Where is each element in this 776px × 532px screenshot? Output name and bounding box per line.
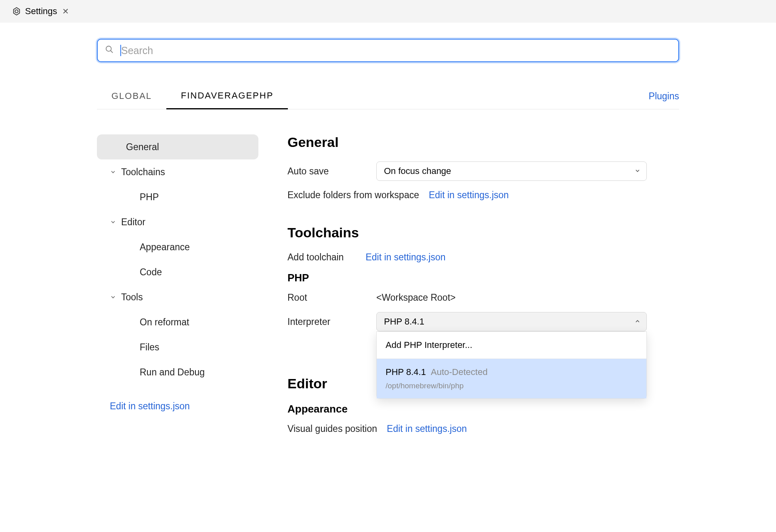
- label-root: Root: [287, 292, 376, 303]
- row-auto-save: Auto save On focus change: [287, 161, 679, 181]
- text-caret: [120, 45, 121, 56]
- search-input[interactable]: [97, 39, 679, 62]
- chevron-down-icon: [110, 294, 116, 300]
- sidebar-item-editor[interactable]: Editor: [97, 209, 258, 235]
- chevron-up-icon: [634, 316, 641, 327]
- dropdown-item-path: /opt/homebrew/bin/php: [386, 381, 638, 390]
- sidebar-item-on-reformat[interactable]: On reformat: [97, 310, 258, 335]
- row-root: Root <Workspace Root>: [287, 292, 679, 303]
- heading-general: General: [287, 134, 679, 150]
- sidebar-item-label: Files: [140, 342, 159, 353]
- sidebar-item-label: On reformat: [140, 317, 189, 328]
- row-interpreter: Interpreter PHP 8.4.1 Add PHP Interprete…: [287, 312, 679, 331]
- gear-icon: [12, 7, 21, 16]
- select-interpreter[interactable]: PHP 8.4.1: [376, 312, 647, 331]
- scope-tab-row: Global findAveragePHP Plugins: [97, 85, 679, 109]
- sidebar-item-files[interactable]: Files: [97, 335, 258, 360]
- svg-marker-0: [14, 8, 20, 15]
- dropdown-item-php[interactable]: PHP 8.4.1 Auto-Detected /opt/homebrew/bi…: [377, 359, 646, 398]
- sidebar-item-appearance[interactable]: Appearance: [97, 235, 258, 260]
- chevron-down-icon: [110, 219, 116, 225]
- value-root: <Workspace Root>: [376, 292, 455, 303]
- sidebar: General Toolchains PHP Editor Appearance…: [97, 134, 258, 459]
- page-body: Global findAveragePHP Plugins General To…: [0, 23, 776, 459]
- label-auto-save: Auto save: [287, 166, 376, 177]
- sidebar-item-run-debug[interactable]: Run and Debug: [97, 360, 258, 385]
- sidebar-item-label: Code: [140, 267, 162, 278]
- label-interpreter: Interpreter: [287, 316, 376, 327]
- sidebar-item-code[interactable]: Code: [97, 260, 258, 285]
- sidebar-item-label: Toolchains: [121, 167, 165, 178]
- plugins-link[interactable]: Plugins: [649, 85, 679, 109]
- chevron-down-icon: [634, 166, 641, 176]
- row-exclude-folders: Exclude folders from workspace Edit in s…: [287, 190, 679, 201]
- dropdown-item-add[interactable]: Add PHP Interpreter...: [377, 332, 646, 359]
- label-visual-guides: Visual guides position: [287, 423, 377, 434]
- sidebar-item-label: Editor: [121, 217, 145, 228]
- link-visual-guides[interactable]: Edit in settings.json: [387, 423, 467, 434]
- select-value: PHP 8.4.1: [384, 316, 424, 327]
- sidebar-item-toolchains[interactable]: Toolchains: [97, 159, 258, 184]
- tab-bar: Settings ✕: [0, 0, 776, 23]
- tab-global[interactable]: Global: [97, 85, 166, 109]
- heading-toolchains: Toolchains: [287, 225, 679, 241]
- close-icon[interactable]: ✕: [62, 6, 69, 16]
- dropdown-item-name: PHP 8.4.1: [386, 367, 426, 377]
- section-general: General Auto save On focus change Exclud…: [287, 134, 679, 201]
- row-add-toolchain: Add toolchain Edit in settings.json: [287, 252, 679, 263]
- tab-label: Settings: [25, 6, 57, 17]
- svg-point-2: [106, 46, 111, 51]
- link-add-toolchain[interactable]: Edit in settings.json: [365, 252, 445, 263]
- search-icon: [105, 45, 114, 56]
- dropdown-item-suffix: Auto-Detected: [431, 367, 488, 377]
- svg-point-1: [15, 10, 18, 13]
- section-toolchains: Toolchains Add toolchain Edit in setting…: [287, 225, 679, 331]
- svg-line-3: [111, 50, 113, 53]
- sidebar-item-label: General: [126, 142, 159, 153]
- interpreter-dropdown: PHP 8.4.1 Add PHP Interpreter... PHP 8.4…: [376, 312, 647, 331]
- select-auto-save[interactable]: On focus change: [376, 161, 647, 181]
- sidebar-edit-link[interactable]: Edit in settings.json: [110, 401, 190, 412]
- select-value: On focus change: [384, 166, 451, 176]
- label-add-toolchain: Add toolchain: [287, 252, 344, 263]
- search-wrap: [97, 39, 679, 62]
- heading-php: PHP: [287, 272, 679, 284]
- dropdown-menu: Add PHP Interpreter... PHP 8.4.1 Auto-De…: [376, 331, 647, 399]
- link-exclude-edit[interactable]: Edit in settings.json: [429, 190, 509, 201]
- sidebar-item-label: Run and Debug: [140, 367, 205, 378]
- sidebar-item-php[interactable]: PHP: [97, 184, 258, 209]
- tab-settings[interactable]: Settings ✕: [7, 4, 74, 19]
- heading-appearance: Appearance: [287, 403, 679, 415]
- sidebar-item-label: PHP: [140, 192, 159, 203]
- sidebar-item-label: Appearance: [140, 242, 190, 253]
- content: General Toolchains PHP Editor Appearance…: [97, 134, 679, 459]
- sidebar-item-label: Tools: [121, 292, 143, 303]
- tab-project[interactable]: findAveragePHP: [166, 85, 288, 109]
- label-exclude-folders: Exclude folders from workspace: [287, 190, 419, 201]
- row-visual-guides: Visual guides position Edit in settings.…: [287, 423, 679, 434]
- sidebar-item-tools[interactable]: Tools: [97, 285, 258, 310]
- chevron-down-icon: [110, 169, 116, 175]
- sidebar-item-general[interactable]: General: [97, 134, 258, 159]
- main: General Auto save On focus change Exclud…: [258, 134, 679, 459]
